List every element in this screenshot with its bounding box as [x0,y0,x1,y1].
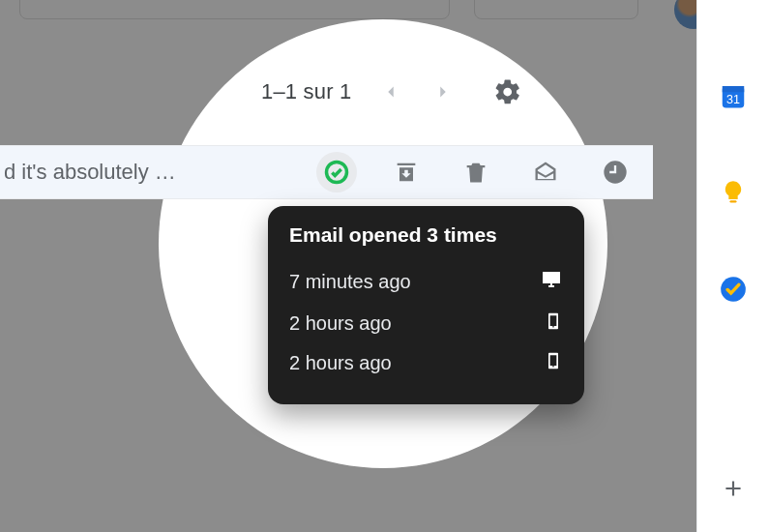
side-panel: 31 [696,0,769,532]
open-event: 7 minutes ago [289,260,563,304]
keep-icon[interactable] [719,178,748,207]
pager-next-button[interactable] [429,78,457,105]
tracking-tooltip: Email opened 3 times 7 minutes ago 2 hou… [268,206,584,404]
mark-unread-button[interactable] [525,152,566,192]
mobile-icon [544,311,563,336]
message-row[interactable]: d it's absolutely … [0,145,653,199]
delete-button[interactable] [456,152,496,192]
tooltip-title: Email opened 3 times [289,223,563,247]
pager-prev-button[interactable] [377,78,404,105]
svg-text:31: 31 [726,93,740,106]
svg-rect-4 [730,200,737,202]
desktop-icon [540,268,563,296]
search-card [19,0,450,19]
svg-rect-2 [723,86,745,92]
add-addon-button[interactable] [721,476,746,501]
tasks-icon[interactable] [719,275,748,304]
pager: 1–1 sur 1 [261,75,524,108]
open-event-time: 7 minutes ago [289,271,411,293]
open-event: 2 hours ago [289,343,563,383]
row-actions [316,146,647,198]
snooze-button[interactable] [595,152,636,192]
mobile-icon [544,351,563,375]
account-card [474,0,638,19]
open-event-time: 2 hours ago [289,352,392,374]
archive-button[interactable] [386,152,427,192]
tracking-status-button[interactable] [316,152,357,192]
message-snippet: d it's absolutely … [0,160,176,185]
open-event-time: 2 hours ago [289,312,392,335]
open-event: 2 hours ago [289,304,563,343]
settings-button[interactable] [491,75,524,108]
calendar-icon[interactable]: 31 [719,81,748,110]
pager-count: 1–1 sur 1 [261,79,352,104]
